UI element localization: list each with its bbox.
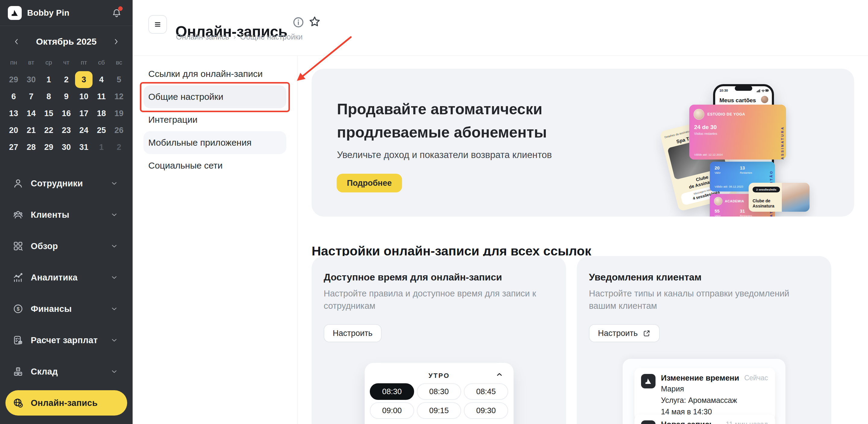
settings-nav-item[interactable]: Социальные сети bbox=[144, 154, 286, 177]
breadcrumb-item-parent[interactable]: Онлайн-запись bbox=[176, 33, 229, 41]
calendar-next-button[interactable] bbox=[112, 38, 120, 46]
settings-nav-item-label: Мобильные приложения bbox=[148, 138, 251, 148]
calendar-day[interactable]: 19 bbox=[110, 105, 128, 122]
calendar-day[interactable]: 15 bbox=[40, 105, 58, 122]
payroll-icon bbox=[13, 335, 24, 345]
sidebar-menu-item-label: Клиенты bbox=[31, 210, 69, 220]
time-slot-pill: 09:15 bbox=[417, 402, 461, 419]
calendar-day[interactable]: 1 bbox=[93, 139, 110, 156]
calendar-day[interactable]: 9 bbox=[58, 88, 75, 105]
sidebar-menu-item[interactable]: Расчет зарплат bbox=[0, 328, 133, 353]
academy-name: ACADEMIA bbox=[725, 199, 744, 203]
calendar-day[interactable]: 3 bbox=[75, 71, 93, 88]
globe-check-icon bbox=[13, 397, 24, 408]
academy-avatar bbox=[714, 197, 722, 205]
calendar-day[interactable]: 23 bbox=[58, 122, 75, 139]
info-icon[interactable] bbox=[292, 16, 304, 28]
brand-name: Bobby Pin bbox=[27, 8, 69, 18]
calendar-day[interactable]: 10 bbox=[75, 88, 93, 105]
promo-banner-title: Продавайте автоматически продлеваемые аб… bbox=[337, 98, 547, 144]
menu-icon bbox=[153, 20, 162, 29]
sidebar-menu: Сотрудники Клиенты Обзор Аналитика $ bbox=[0, 171, 133, 416]
notification-time: 11 мин назад bbox=[726, 420, 768, 424]
page-menu-button[interactable] bbox=[148, 15, 167, 34]
calendar-day[interactable]: 31 bbox=[75, 139, 93, 156]
breadcrumb: Онлайн-запись › Общие настройки bbox=[176, 33, 303, 41]
calendar-day[interactable]: 27 bbox=[5, 139, 22, 156]
availability-configure-button[interactable]: Настроить bbox=[324, 324, 381, 342]
yoga-valid-label: Válido até: 12.12.2024 bbox=[694, 153, 723, 156]
calendar-day[interactable]: 8 bbox=[40, 88, 58, 105]
app-root: Bobby Pin Октябрь 2025 пнвтсрчтптсбвс 29… bbox=[0, 0, 868, 424]
academy-remaining-label: Restantes bbox=[740, 214, 752, 216]
calendar-day[interactable]: 7 bbox=[22, 88, 40, 105]
calendar-day[interactable]: 2 bbox=[110, 139, 128, 156]
academy-value: 55 bbox=[715, 208, 720, 213]
sidebar-menu-item[interactable]: Онлайн-запись bbox=[5, 390, 127, 416]
calendar-prev-button[interactable] bbox=[13, 38, 21, 46]
calendar-day[interactable]: 30 bbox=[58, 139, 75, 156]
breadcrumb-item-current: Общие настройки bbox=[240, 33, 303, 41]
calendar-day[interactable]: 22 bbox=[40, 122, 58, 139]
external-link-icon bbox=[643, 329, 651, 337]
calendar-day[interactable]: 2 bbox=[58, 71, 75, 88]
notifications-preview-panel: Изменение времени Сейчас Мария Услуга: А… bbox=[623, 359, 785, 424]
calendar-day[interactable]: 30 bbox=[22, 71, 40, 88]
calendar-day[interactable]: 20 bbox=[5, 122, 22, 139]
sidebar-menu-item[interactable]: Клиенты bbox=[0, 202, 133, 228]
chevron-down-icon bbox=[110, 242, 118, 250]
academy-value-label: Valor bbox=[715, 214, 721, 216]
calendar-day[interactable]: 26 bbox=[110, 122, 128, 139]
favorite-star-icon[interactable] bbox=[308, 15, 321, 28]
yoga-visits: 24 de 30 bbox=[694, 124, 717, 130]
chevron-down-icon bbox=[110, 336, 118, 344]
calendar-day[interactable]: 16 bbox=[58, 105, 75, 122]
promo-details-button[interactable]: Подробнее bbox=[337, 174, 402, 192]
bell-unread-dot bbox=[118, 6, 123, 11]
calendar-day[interactable]: 28 bbox=[22, 139, 40, 156]
settings-nav-item-label: Интеграции bbox=[148, 115, 197, 125]
calendar-day[interactable]: 11 bbox=[93, 88, 110, 105]
calendar-day[interactable]: 1 bbox=[40, 71, 58, 88]
calendar-day[interactable]: 5 bbox=[110, 71, 128, 88]
sidebar-menu-item[interactable]: Склад bbox=[0, 359, 133, 384]
notification-app-icon bbox=[641, 420, 655, 424]
sidebar-menu-item[interactable]: Сотрудники bbox=[0, 171, 133, 196]
calendar-day[interactable]: 12 bbox=[110, 88, 128, 105]
yoga-name: ESTÚDIO DE YOGA bbox=[707, 112, 745, 116]
calendar-day[interactable]: 6 bbox=[5, 88, 22, 105]
phone-status-icons bbox=[757, 89, 769, 92]
chevron-down-icon bbox=[110, 179, 118, 187]
giftcard-valid-label: Válido até: 08.12.2023 bbox=[715, 185, 743, 188]
sidebar-menu-item[interactable]: Обзор bbox=[0, 234, 133, 259]
overview-icon bbox=[13, 241, 24, 251]
sidebar-menu-item-label: Расчет зарплат bbox=[31, 335, 98, 345]
calendar-day[interactable]: 14 bbox=[22, 105, 40, 122]
calendar-day[interactable]: 4 bbox=[93, 71, 110, 88]
calendar-day[interactable]: 21 bbox=[22, 122, 40, 139]
calendar-day[interactable]: 18 bbox=[93, 105, 110, 122]
calendar-day[interactable]: 24 bbox=[75, 122, 93, 139]
settings-nav-item[interactable]: Ссылки для онлайн-записи bbox=[144, 62, 286, 85]
calendar-day[interactable]: 29 bbox=[5, 71, 22, 88]
yoga-avatar bbox=[693, 109, 704, 120]
calendar-day[interactable]: 25 bbox=[93, 122, 110, 139]
club-subscription-card: 2 sessões/mês Clube de Assinatura bbox=[749, 183, 809, 212]
svg-text:$: $ bbox=[17, 306, 19, 311]
sidebar-menu-item[interactable]: Аналитика bbox=[0, 265, 133, 290]
calendar-day[interactable]: 13 bbox=[5, 105, 22, 122]
notifications-configure-button[interactable]: Настроить bbox=[589, 324, 660, 342]
logo-glyph bbox=[10, 9, 19, 17]
settings-nav-item[interactable]: Общие настройки bbox=[144, 85, 286, 108]
settings-nav-item[interactable]: Интеграции bbox=[144, 108, 286, 131]
settings-nav-item-label: Социальные сети bbox=[148, 160, 222, 171]
notification-time: Сейчас bbox=[744, 374, 768, 382]
calendar-day[interactable]: 17 bbox=[75, 105, 93, 122]
phone-clock: 10:30 bbox=[719, 89, 728, 92]
person-icon bbox=[13, 178, 24, 189]
chevron-down-icon bbox=[110, 305, 118, 313]
sidebar-menu-item[interactable]: $ Финансы bbox=[0, 296, 133, 322]
calendar-day[interactable]: 29 bbox=[40, 139, 58, 156]
settings-nav-item[interactable]: Мобильные приложения bbox=[144, 131, 286, 154]
notifications-bell-button[interactable] bbox=[112, 8, 122, 18]
